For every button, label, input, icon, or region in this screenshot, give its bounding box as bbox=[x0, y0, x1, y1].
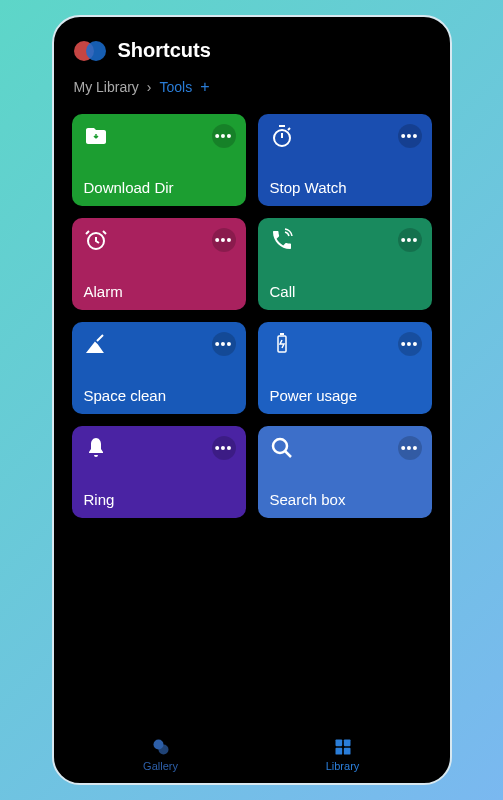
card-more-button[interactable]: ••• bbox=[398, 436, 422, 460]
broom-icon bbox=[84, 332, 108, 356]
more-icon: ••• bbox=[401, 441, 419, 455]
more-icon: ••• bbox=[401, 233, 419, 247]
nav-gallery[interactable]: Gallery bbox=[70, 725, 252, 783]
card-label: Power usage bbox=[270, 387, 420, 404]
search-icon bbox=[270, 436, 294, 460]
svg-rect-6 bbox=[335, 739, 342, 746]
card-more-button[interactable]: ••• bbox=[398, 124, 422, 148]
more-icon: ••• bbox=[215, 129, 233, 143]
more-icon: ••• bbox=[215, 233, 233, 247]
app-title: Shortcuts bbox=[118, 39, 211, 62]
more-icon: ••• bbox=[401, 129, 419, 143]
card-more-button[interactable]: ••• bbox=[212, 332, 236, 356]
card-label: Search box bbox=[270, 491, 420, 508]
breadcrumb-root[interactable]: My Library bbox=[74, 79, 139, 95]
app-logo-icon bbox=[74, 41, 106, 61]
card-label: Stop Watch bbox=[270, 179, 420, 196]
shortcut-card-call[interactable]: ••• Call bbox=[258, 218, 432, 310]
svg-rect-9 bbox=[343, 747, 350, 754]
card-more-button[interactable]: ••• bbox=[212, 436, 236, 460]
shortcut-card-alarm[interactable]: ••• Alarm bbox=[72, 218, 246, 310]
breadcrumb-current[interactable]: Tools bbox=[160, 79, 193, 95]
shortcut-card-search-box[interactable]: ••• Search box bbox=[258, 426, 432, 518]
card-label: Space clean bbox=[84, 387, 234, 404]
shortcut-card-stop-watch[interactable]: ••• Stop Watch bbox=[258, 114, 432, 206]
shortcut-card-power-usage[interactable]: ••• Power usage bbox=[258, 322, 432, 414]
chevron-right-icon: › bbox=[147, 79, 152, 95]
svg-point-3 bbox=[273, 439, 287, 453]
card-label: Ring bbox=[84, 491, 234, 508]
card-more-button[interactable]: ••• bbox=[212, 124, 236, 148]
gallery-icon bbox=[151, 737, 171, 757]
more-icon: ••• bbox=[215, 441, 233, 455]
svg-point-5 bbox=[158, 744, 168, 754]
stopwatch-icon bbox=[270, 124, 294, 148]
card-more-button[interactable]: ••• bbox=[212, 228, 236, 252]
more-icon: ••• bbox=[215, 337, 233, 351]
shortcuts-grid: ••• Download Dir ••• Stop Watch ••• Alar… bbox=[70, 114, 434, 518]
phone-icon bbox=[270, 228, 294, 252]
nav-gallery-label: Gallery bbox=[143, 760, 178, 772]
bottom-nav: Gallery Library bbox=[70, 725, 434, 783]
card-more-button[interactable]: ••• bbox=[398, 228, 422, 252]
battery-icon bbox=[270, 332, 294, 356]
more-icon: ••• bbox=[401, 337, 419, 351]
svg-rect-7 bbox=[343, 739, 350, 746]
add-icon[interactable]: + bbox=[200, 78, 209, 96]
alarm-clock-icon bbox=[84, 228, 108, 252]
shortcut-card-download-dir[interactable]: ••• Download Dir bbox=[72, 114, 246, 206]
svg-rect-8 bbox=[335, 747, 342, 754]
nav-library-label: Library bbox=[326, 760, 360, 772]
shortcut-card-space-clean[interactable]: ••• Space clean bbox=[72, 322, 246, 414]
nav-library[interactable]: Library bbox=[252, 725, 434, 783]
card-more-button[interactable]: ••• bbox=[398, 332, 422, 356]
card-label: Download Dir bbox=[84, 179, 234, 196]
app-header: Shortcuts bbox=[70, 31, 434, 78]
card-label: Call bbox=[270, 283, 420, 300]
shortcut-card-ring[interactable]: ••• Ring bbox=[72, 426, 246, 518]
download-folder-icon bbox=[84, 124, 108, 148]
bell-icon bbox=[84, 436, 108, 460]
breadcrumb: My Library › Tools + bbox=[70, 78, 434, 114]
app-frame: Shortcuts My Library › Tools + ••• Downl… bbox=[52, 15, 452, 785]
card-label: Alarm bbox=[84, 283, 234, 300]
library-icon bbox=[333, 737, 353, 757]
